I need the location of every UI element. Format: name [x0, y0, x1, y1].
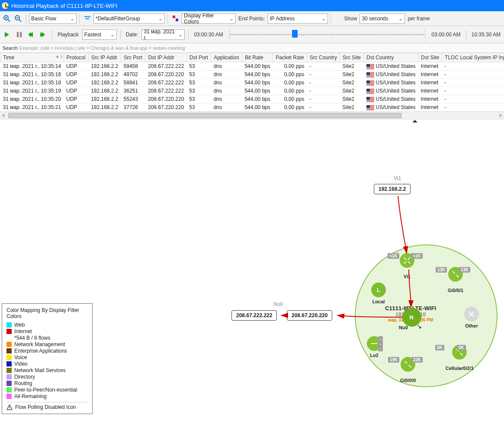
svg-rect-36 — [366, 92, 374, 93]
filter-group-label: *DefaultFilterGroup — [96, 16, 140, 22]
svg-rect-7 — [84, 16, 90, 17]
filter-icon-button[interactable] — [82, 13, 93, 24]
node-label-vi1: Vi1 — [394, 175, 401, 181]
clock-icon — [2, 2, 9, 9]
if-gi001-label: Gi0/0/1 — [448, 288, 463, 293]
svg-line-5 — [19, 19, 21, 22]
column-dst-ip-addr[interactable]: Dst IP Addr — [145, 53, 186, 62]
column-packet-rate[interactable]: Packet Rate — [273, 53, 307, 62]
table-row[interactable]: 31 мар. 2021 г., 10:35:16UDP192.168.2.24… — [0, 71, 504, 79]
per-frame-label: per frame — [406, 16, 431, 22]
play-button[interactable] — [2, 29, 12, 40]
node-nu0-ip2[interactable]: 208.67.220.220 — [287, 310, 332, 321]
svg-rect-44 — [366, 101, 374, 102]
if-vi1[interactable]: <1K <1K Vi1 — [400, 253, 414, 279]
if-lo2[interactable]: --- Lo2 — [367, 336, 382, 358]
column-src-site[interactable]: Src Site — [340, 53, 364, 62]
svg-rect-9 — [173, 16, 175, 18]
table-row[interactable]: 31 мар. 2021 г., 10:35:18UDP192.168.2.25… — [0, 79, 504, 87]
collapse-up-icon[interactable] — [412, 120, 417, 122]
column-tloc-local-system-ip-input[interactable]: TLOC Local System IP Input — [442, 53, 504, 62]
legend-item: Network Management — [6, 341, 88, 347]
if-gi001[interactable]: 13K 13K Gi0/0/1 — [448, 267, 463, 293]
playback-speed-dropdown[interactable]: Fastest⌄ — [82, 29, 117, 40]
scroll-right-button[interactable]: > — [497, 112, 504, 119]
topology-canvas[interactable]: Vi1 192.168.2.2 Nu0 208.67.222.222 208.6… — [0, 123, 504, 418]
window-titlebar: Historical Playback of C1111-8P-LTE-WIFI — [0, 0, 504, 11]
svg-rect-37 — [366, 93, 374, 93]
table-row[interactable]: 31 мар. 2021 г., 10:35:19UDP192.168.2.23… — [0, 87, 504, 95]
table-row[interactable]: 31 мар. 2021 г., 10:35:20UDP192.168.2.25… — [0, 95, 504, 103]
display-colors-dropdown[interactable]: Display Filter Colors⌄ — [182, 13, 236, 24]
scroll-thumb[interactable] — [8, 113, 401, 118]
column-src-country[interactable]: Src Country — [307, 53, 340, 62]
chevron-down-icon: ⌄ — [321, 16, 326, 22]
node-label-nu0: Nu0 — [273, 301, 283, 307]
flow-type-dropdown[interactable]: Basic Flow⌄ — [29, 13, 77, 24]
playback-speed-value: Fastest — [84, 32, 101, 38]
node-vi1[interactable]: 192.168.2.2 — [374, 184, 411, 194]
column-bit-rate[interactable]: Bit Rate — [242, 53, 273, 62]
legend-item: All-Remaining — [6, 393, 88, 399]
endpoints-label: End Points: — [237, 16, 266, 22]
endpoints-dropdown[interactable]: IP Address⌄ — [267, 13, 328, 24]
column-application[interactable]: Application — [211, 53, 242, 62]
svg-rect-10 — [176, 19, 178, 21]
if-nu0-label: Nu0 — [399, 325, 408, 330]
slider-thumb[interactable] — [292, 30, 298, 38]
chevron-down-icon: ⌄ — [110, 32, 115, 38]
if-lo2-label: Lo2 — [370, 353, 379, 358]
svg-rect-29 — [366, 84, 374, 84]
if-nu0[interactable]: Nu0 — [399, 322, 408, 330]
step-forward-button[interactable] — [38, 29, 48, 40]
svg-rect-8 — [86, 18, 89, 19]
table-row[interactable]: 31 мар. 2021 г., 10:35:21UDP192.168.2.23… — [0, 103, 504, 112]
table-header[interactable]: Time▲ 1ProtocolSrc IP AddrSrc PortDst IP… — [0, 53, 504, 62]
color-legend: Color Mapping By Display Filter Colors W… — [2, 303, 93, 414]
zoom-out-button[interactable] — [13, 13, 23, 24]
flow-table: Time▲ 1ProtocolSrc IP AddrSrc PortDst IP… — [0, 53, 504, 112]
date-picker[interactable]: 31 мар. 2021 г.⌄ — [141, 29, 185, 40]
column-time[interactable]: Time▲ 1 — [0, 53, 64, 62]
if-cell-label: Cellular0/2/1 — [446, 366, 474, 371]
pause-button[interactable] — [14, 29, 24, 40]
zoom-in-button[interactable] — [2, 13, 12, 24]
time-right1-label: 03:00:00 AM — [430, 32, 462, 38]
colors-icon-button[interactable] — [170, 13, 181, 24]
scroll-left-button[interactable]: < — [0, 112, 7, 119]
panel-splitter[interactable] — [0, 119, 504, 123]
endpoints-value: IP Address — [270, 16, 295, 22]
pause-icon — [17, 32, 22, 37]
step-back-button[interactable] — [26, 29, 36, 40]
search-row[interactable]: Search Example: (site = Honolulu | site … — [0, 43, 504, 53]
legend-item: Network Mail Services — [6, 367, 88, 373]
column-dst-port[interactable]: Dst Port — [186, 53, 211, 62]
if-gi000[interactable]: 19K 22K Gi0/0/0 — [400, 357, 416, 383]
show-duration-dropdown[interactable]: 30 seconds⌄ — [360, 13, 405, 24]
time-slider[interactable] — [229, 28, 425, 41]
column-dst-site[interactable]: Dst Site — [418, 53, 442, 62]
column-src-ip-addr[interactable]: Src IP Addr — [88, 53, 121, 62]
node-vi1-ip: 192.168.2.2 — [379, 186, 406, 192]
legend-item: Peer-to-Peer/Non-essential — [6, 387, 88, 393]
legend-footer: Flow Polling Disabled Icon — [6, 402, 88, 410]
node-nu0-ip1[interactable]: 208.67.222.222 — [231, 310, 277, 321]
legend-title: Color Mapping By Display Filter Colors — [6, 307, 88, 319]
column-dst-country[interactable]: Dst Country — [364, 53, 418, 62]
svg-text:N: N — [410, 314, 414, 321]
date-value: 31 мар. 2021 г. — [144, 29, 177, 41]
legend-item: Directory — [6, 374, 88, 380]
if-other[interactable]: Other — [464, 307, 479, 328]
legend-item: Internet — [6, 328, 88, 334]
svg-rect-51 — [366, 109, 374, 110]
svg-rect-38 — [366, 89, 370, 92]
svg-rect-43 — [366, 100, 374, 101]
column-protocol[interactable]: Protocol — [64, 53, 88, 62]
if-cell[interactable]: 0K 0K Cellular0/2/1 — [446, 345, 474, 371]
filter-group-dropdown[interactable]: *DefaultFilterGroup⌄ — [93, 13, 165, 24]
horizontal-scrollbar[interactable]: < > — [0, 112, 504, 119]
if-local[interactable]: L Local — [371, 283, 386, 304]
table-row[interactable]: 31 мар. 2021 г., 10:35:14UDP192.168.2.25… — [0, 62, 504, 71]
play-icon — [5, 32, 9, 37]
column-src-port[interactable]: Src Port — [121, 53, 145, 62]
